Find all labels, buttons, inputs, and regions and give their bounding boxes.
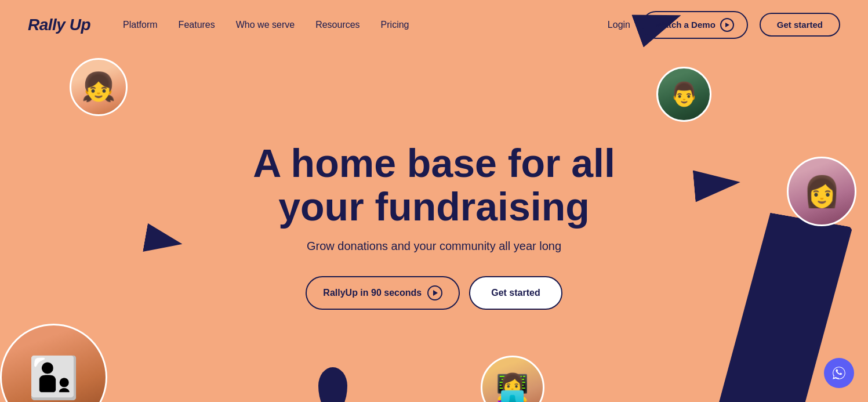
watch-demo-label: Watch a Demo xyxy=(656,20,716,30)
nav-platform[interactable]: Platform xyxy=(123,20,158,30)
nav-resources[interactable]: Resources xyxy=(315,20,359,30)
get-started-nav-button[interactable]: Get started xyxy=(760,13,840,37)
video-button-label: RallyUp in 90 seconds xyxy=(323,288,422,298)
watch-demo-button[interactable]: Watch a Demo xyxy=(642,11,748,39)
hero-buttons: RallyUp in 90 seconds Get started xyxy=(306,276,562,310)
navigation: Rally Up Platform Features Who we serve … xyxy=(0,0,868,49)
hero-title-line1: A home base for all xyxy=(253,141,615,185)
hero-subtitle: Grow donations and your community all ye… xyxy=(307,240,561,253)
logo[interactable]: Rally Up xyxy=(28,16,90,34)
play-icon xyxy=(720,18,734,32)
nav-right: Login Watch a Demo Get started xyxy=(608,11,840,39)
login-link[interactable]: Login xyxy=(608,20,630,30)
play-icon-hero xyxy=(427,285,442,300)
nav-features[interactable]: Features xyxy=(179,20,215,30)
nav-pricing[interactable]: Pricing xyxy=(381,20,409,30)
video-button[interactable]: RallyUp in 90 seconds xyxy=(306,276,460,310)
get-started-hero-button[interactable]: Get started xyxy=(469,276,562,310)
nav-links: Platform Features Who we serve Resources… xyxy=(123,20,608,30)
chat-icon xyxy=(831,365,847,381)
nav-who-we-serve[interactable]: Who we serve xyxy=(236,20,295,30)
hero-section: A home base for all your fundraising Gro… xyxy=(0,49,868,402)
chat-button[interactable] xyxy=(824,358,854,388)
hero-title-line2: your fundraising xyxy=(278,184,589,229)
hero-title: A home base for all your fundraising xyxy=(253,142,615,229)
